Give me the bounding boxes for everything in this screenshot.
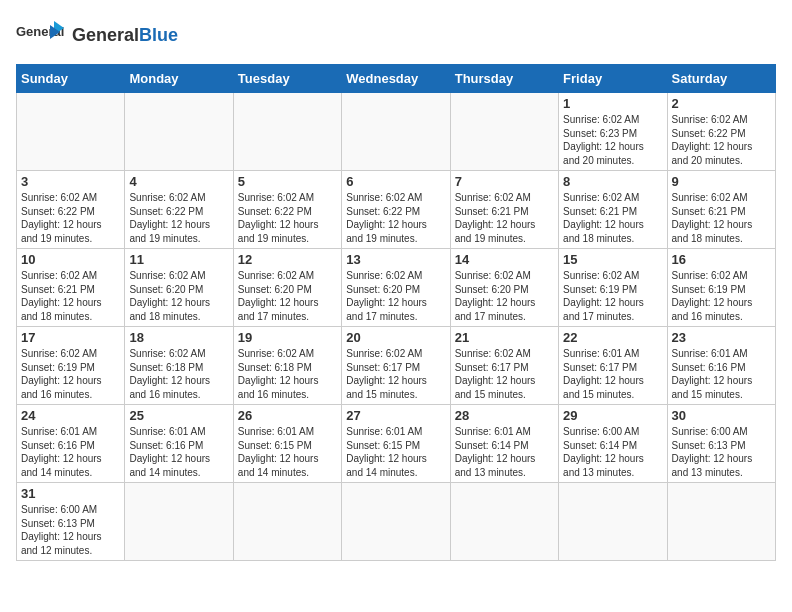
week-row-2: 3Sunrise: 6:02 AM Sunset: 6:22 PM Daylig… [17, 171, 776, 249]
day-cell: 15Sunrise: 6:02 AM Sunset: 6:19 PM Dayli… [559, 249, 667, 327]
day-info: Sunrise: 6:01 AM Sunset: 6:15 PM Dayligh… [346, 425, 445, 479]
weekday-header-row: SundayMondayTuesdayWednesdayThursdayFrid… [17, 65, 776, 93]
day-number: 20 [346, 330, 445, 345]
day-cell [125, 93, 233, 171]
day-number: 28 [455, 408, 554, 423]
logo: General GeneralBlue [16, 16, 178, 56]
day-number: 9 [672, 174, 771, 189]
day-info: Sunrise: 6:02 AM Sunset: 6:21 PM Dayligh… [672, 191, 771, 245]
day-cell: 1Sunrise: 6:02 AM Sunset: 6:23 PM Daylig… [559, 93, 667, 171]
week-row-1: 1Sunrise: 6:02 AM Sunset: 6:23 PM Daylig… [17, 93, 776, 171]
day-info: Sunrise: 6:02 AM Sunset: 6:21 PM Dayligh… [563, 191, 662, 245]
day-number: 3 [21, 174, 120, 189]
day-cell: 10Sunrise: 6:02 AM Sunset: 6:21 PM Dayli… [17, 249, 125, 327]
day-cell: 19Sunrise: 6:02 AM Sunset: 6:18 PM Dayli… [233, 327, 341, 405]
day-info: Sunrise: 6:01 AM Sunset: 6:15 PM Dayligh… [238, 425, 337, 479]
day-info: Sunrise: 6:02 AM Sunset: 6:22 PM Dayligh… [21, 191, 120, 245]
day-number: 11 [129, 252, 228, 267]
day-number: 22 [563, 330, 662, 345]
day-number: 26 [238, 408, 337, 423]
day-info: Sunrise: 6:02 AM Sunset: 6:23 PM Dayligh… [563, 113, 662, 167]
day-number: 19 [238, 330, 337, 345]
day-number: 5 [238, 174, 337, 189]
day-number: 4 [129, 174, 228, 189]
day-cell [559, 483, 667, 561]
day-number: 18 [129, 330, 228, 345]
day-info: Sunrise: 6:01 AM Sunset: 6:17 PM Dayligh… [563, 347, 662, 401]
day-info: Sunrise: 6:02 AM Sunset: 6:22 PM Dayligh… [129, 191, 228, 245]
day-number: 30 [672, 408, 771, 423]
day-number: 2 [672, 96, 771, 111]
day-info: Sunrise: 6:02 AM Sunset: 6:22 PM Dayligh… [346, 191, 445, 245]
day-cell: 31Sunrise: 6:00 AM Sunset: 6:13 PM Dayli… [17, 483, 125, 561]
week-row-6: 31Sunrise: 6:00 AM Sunset: 6:13 PM Dayli… [17, 483, 776, 561]
day-cell: 17Sunrise: 6:02 AM Sunset: 6:19 PM Dayli… [17, 327, 125, 405]
day-info: Sunrise: 6:02 AM Sunset: 6:19 PM Dayligh… [672, 269, 771, 323]
day-number: 1 [563, 96, 662, 111]
day-number: 7 [455, 174, 554, 189]
day-info: Sunrise: 6:02 AM Sunset: 6:22 PM Dayligh… [672, 113, 771, 167]
weekday-header-saturday: Saturday [667, 65, 775, 93]
day-number: 17 [21, 330, 120, 345]
day-cell [342, 93, 450, 171]
day-number: 25 [129, 408, 228, 423]
weekday-header-friday: Friday [559, 65, 667, 93]
day-info: Sunrise: 6:01 AM Sunset: 6:16 PM Dayligh… [672, 347, 771, 401]
day-info: Sunrise: 6:02 AM Sunset: 6:21 PM Dayligh… [21, 269, 120, 323]
day-cell [342, 483, 450, 561]
day-info: Sunrise: 6:02 AM Sunset: 6:19 PM Dayligh… [563, 269, 662, 323]
weekday-header-thursday: Thursday [450, 65, 558, 93]
day-number: 14 [455, 252, 554, 267]
day-number: 21 [455, 330, 554, 345]
day-number: 13 [346, 252, 445, 267]
day-number: 16 [672, 252, 771, 267]
day-cell: 3Sunrise: 6:02 AM Sunset: 6:22 PM Daylig… [17, 171, 125, 249]
day-cell: 6Sunrise: 6:02 AM Sunset: 6:22 PM Daylig… [342, 171, 450, 249]
weekday-header-sunday: Sunday [17, 65, 125, 93]
day-cell: 8Sunrise: 6:02 AM Sunset: 6:21 PM Daylig… [559, 171, 667, 249]
day-info: Sunrise: 6:01 AM Sunset: 6:16 PM Dayligh… [129, 425, 228, 479]
day-number: 12 [238, 252, 337, 267]
day-cell: 18Sunrise: 6:02 AM Sunset: 6:18 PM Dayli… [125, 327, 233, 405]
calendar: SundayMondayTuesdayWednesdayThursdayFrid… [16, 64, 776, 561]
day-info: Sunrise: 6:02 AM Sunset: 6:17 PM Dayligh… [455, 347, 554, 401]
weekday-header-wednesday: Wednesday [342, 65, 450, 93]
header: General GeneralBlue [16, 16, 776, 56]
day-info: Sunrise: 6:01 AM Sunset: 6:14 PM Dayligh… [455, 425, 554, 479]
day-cell: 12Sunrise: 6:02 AM Sunset: 6:20 PM Dayli… [233, 249, 341, 327]
day-info: Sunrise: 6:02 AM Sunset: 6:17 PM Dayligh… [346, 347, 445, 401]
day-number: 24 [21, 408, 120, 423]
day-cell [667, 483, 775, 561]
day-cell: 27Sunrise: 6:01 AM Sunset: 6:15 PM Dayli… [342, 405, 450, 483]
day-info: Sunrise: 6:02 AM Sunset: 6:22 PM Dayligh… [238, 191, 337, 245]
weekday-header-tuesday: Tuesday [233, 65, 341, 93]
day-cell: 13Sunrise: 6:02 AM Sunset: 6:20 PM Dayli… [342, 249, 450, 327]
logo-svg: General [16, 16, 66, 56]
day-cell: 14Sunrise: 6:02 AM Sunset: 6:20 PM Dayli… [450, 249, 558, 327]
weekday-header-monday: Monday [125, 65, 233, 93]
day-cell: 7Sunrise: 6:02 AM Sunset: 6:21 PM Daylig… [450, 171, 558, 249]
day-cell [450, 93, 558, 171]
week-row-4: 17Sunrise: 6:02 AM Sunset: 6:19 PM Dayli… [17, 327, 776, 405]
day-cell: 22Sunrise: 6:01 AM Sunset: 6:17 PM Dayli… [559, 327, 667, 405]
day-number: 31 [21, 486, 120, 501]
day-cell [17, 93, 125, 171]
day-info: Sunrise: 6:02 AM Sunset: 6:21 PM Dayligh… [455, 191, 554, 245]
day-info: Sunrise: 6:02 AM Sunset: 6:18 PM Dayligh… [129, 347, 228, 401]
day-cell: 26Sunrise: 6:01 AM Sunset: 6:15 PM Dayli… [233, 405, 341, 483]
day-info: Sunrise: 6:02 AM Sunset: 6:18 PM Dayligh… [238, 347, 337, 401]
day-info: Sunrise: 6:02 AM Sunset: 6:20 PM Dayligh… [129, 269, 228, 323]
day-cell [233, 483, 341, 561]
day-info: Sunrise: 6:01 AM Sunset: 6:16 PM Dayligh… [21, 425, 120, 479]
day-cell: 28Sunrise: 6:01 AM Sunset: 6:14 PM Dayli… [450, 405, 558, 483]
day-cell: 23Sunrise: 6:01 AM Sunset: 6:16 PM Dayli… [667, 327, 775, 405]
day-cell: 5Sunrise: 6:02 AM Sunset: 6:22 PM Daylig… [233, 171, 341, 249]
day-cell: 29Sunrise: 6:00 AM Sunset: 6:14 PM Dayli… [559, 405, 667, 483]
day-info: Sunrise: 6:02 AM Sunset: 6:19 PM Dayligh… [21, 347, 120, 401]
day-number: 8 [563, 174, 662, 189]
day-cell: 4Sunrise: 6:02 AM Sunset: 6:22 PM Daylig… [125, 171, 233, 249]
day-number: 6 [346, 174, 445, 189]
week-row-3: 10Sunrise: 6:02 AM Sunset: 6:21 PM Dayli… [17, 249, 776, 327]
day-number: 23 [672, 330, 771, 345]
day-cell [125, 483, 233, 561]
